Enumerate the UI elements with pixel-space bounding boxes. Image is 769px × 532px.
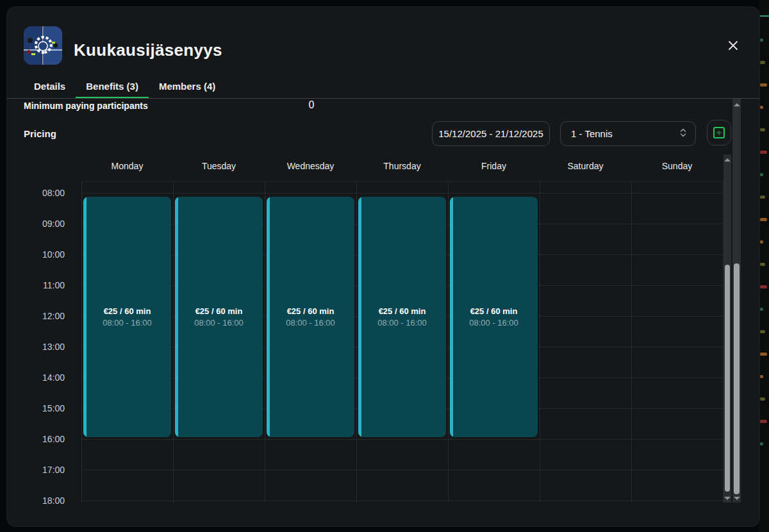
time-label-13-00: 13:00	[24, 342, 65, 352]
day-header-thursday: Thursday	[356, 161, 448, 171]
background-page-fragment	[760, 442, 763, 445]
background-page-fragment	[760, 308, 763, 311]
event-time-range: 08:00 - 16:00	[377, 318, 427, 328]
date-range-value: 15/12/2025 - 21/12/2025	[438, 128, 543, 139]
day-header-sunday: Sunday	[631, 161, 723, 171]
min-participants-label: Minimum paying participants	[24, 101, 148, 111]
sport-select-value: 1 - Tennis	[571, 128, 680, 139]
background-page-fragment	[760, 240, 763, 244]
event-price: €25 / 60 min	[287, 306, 335, 316]
time-label-17-00: 17:00	[24, 465, 65, 475]
time-label-10-00: 10:00	[24, 249, 65, 260]
event-time-range: 08:00 - 16:00	[286, 318, 335, 328]
add-box-icon	[713, 126, 725, 139]
tab-details[interactable]: Details	[24, 78, 76, 99]
gridline-horizontal	[81, 470, 723, 470]
time-label-08-00: 08:00	[24, 188, 65, 198]
day-header-friday: Friday	[448, 161, 540, 171]
day-header-monday: Monday	[81, 161, 173, 171]
time-label-11-00: 11:00	[24, 280, 65, 290]
calendar-scrollbar-thumb[interactable]	[725, 265, 730, 492]
background-page-fragment	[760, 128, 765, 131]
gridline-horizontal	[81, 501, 723, 501]
event-price: €25 / 60 min	[195, 306, 243, 316]
event-accent-bar	[83, 197, 87, 437]
background-page-fragment	[760, 375, 763, 378]
gridline-vertical	[265, 181, 265, 503]
padel-court-photo	[24, 26, 62, 65]
background-page-fragment	[760, 353, 767, 356]
time-label-14-00: 14:00	[24, 372, 65, 383]
background-page-fragment	[760, 106, 763, 109]
time-label-09-00: 09:00	[24, 219, 65, 229]
background-page-fragment	[760, 420, 767, 423]
gridline-vertical	[631, 181, 632, 503]
tab-benefits-3[interactable]: Benefits (3)	[76, 78, 149, 99]
event-accent-bar	[450, 197, 453, 437]
calendar-scroll-down-icon[interactable]	[724, 497, 731, 500]
time-label-16-00: 16:00	[24, 434, 65, 444]
gridline-vertical	[356, 181, 357, 503]
gridline-horizontal	[81, 439, 723, 440]
min-participants-value[interactable]: 0	[302, 99, 321, 111]
gridline-vertical	[81, 181, 82, 503]
time-label-12-00: 12:00	[24, 311, 65, 321]
close-button[interactable]	[724, 36, 743, 55]
pricing-event-friday[interactable]: €25 / 60 min08:00 - 16:00	[450, 197, 538, 437]
page-title: Kuukausijäsenyys	[74, 40, 222, 60]
select-chevrons-icon	[680, 128, 686, 140]
tab-members-4[interactable]: Members (4)	[149, 78, 226, 99]
event-accent-bar	[175, 197, 178, 437]
membership-avatar	[24, 26, 62, 65]
background-page-fragment	[760, 61, 765, 64]
calendar-scroll-up-icon[interactable]	[724, 158, 731, 162]
gridline-vertical	[173, 181, 174, 503]
background-page-fragment	[760, 330, 765, 333]
gridline-horizontal	[81, 193, 723, 194]
calendar-grid-top-border	[81, 181, 723, 182]
event-time-range: 08:00 - 16:00	[103, 318, 152, 328]
background-accent-line	[759, 15, 769, 17]
content-scroll-up-icon[interactable]	[734, 103, 740, 106]
background-page-fragment	[760, 397, 765, 401]
background-page-fragment	[760, 195, 765, 199]
content-scroll-down-icon[interactable]	[734, 497, 740, 500]
event-time-range: 08:00 - 16:00	[194, 318, 244, 328]
event-price: €25 / 60 min	[379, 306, 426, 316]
background-page-fragment	[760, 263, 765, 266]
background-page-fragment	[760, 83, 767, 87]
background-page-fragment	[760, 173, 763, 176]
background-page-strip	[759, 0, 769, 532]
event-time-range: 08:00 - 16:00	[469, 318, 518, 328]
event-price: €25 / 60 min	[470, 306, 518, 316]
day-header-saturday: Saturday	[540, 161, 631, 171]
pricing-event-wednesday[interactable]: €25 / 60 min08:00 - 16:00	[267, 197, 354, 437]
pricing-event-monday[interactable]: €25 / 60 min08:00 - 16:00	[83, 197, 171, 437]
pricing-heading: Pricing	[24, 128, 56, 139]
close-icon	[727, 40, 739, 51]
gridline-vertical	[448, 181, 449, 503]
date-range-picker[interactable]: 15/12/2025 - 21/12/2025	[432, 121, 550, 146]
event-accent-bar	[358, 197, 361, 437]
tab-bar: DetailsBenefits (3)Members (4)	[24, 78, 226, 99]
background-page-fragment	[760, 285, 767, 288]
event-price: €25 / 60 min	[104, 306, 151, 316]
time-label-15-00: 15:00	[24, 403, 65, 413]
pricing-event-tuesday[interactable]: €25 / 60 min08:00 - 16:00	[175, 197, 263, 437]
day-header-wednesday: Wednesday	[265, 161, 356, 171]
gridline-vertical	[540, 181, 540, 503]
tabbar-divider	[7, 98, 760, 99]
add-pricing-button[interactable]	[707, 120, 731, 145]
sport-select[interactable]: 1 - Tennis	[560, 121, 696, 146]
background-page-fragment	[760, 38, 763, 42]
event-accent-bar	[267, 197, 270, 437]
time-label-18-00: 18:00	[24, 495, 65, 506]
background-page-fragment	[760, 218, 767, 221]
pricing-event-thursday[interactable]: €25 / 60 min08:00 - 16:00	[358, 197, 446, 437]
membership-modal: Kuukausijäsenyys DetailsBenefits (3)Memb…	[6, 6, 760, 527]
content-scrollbar-thumb[interactable]	[734, 263, 740, 494]
background-page-fragment	[760, 151, 767, 154]
day-header-tuesday: Tuesday	[173, 161, 265, 171]
